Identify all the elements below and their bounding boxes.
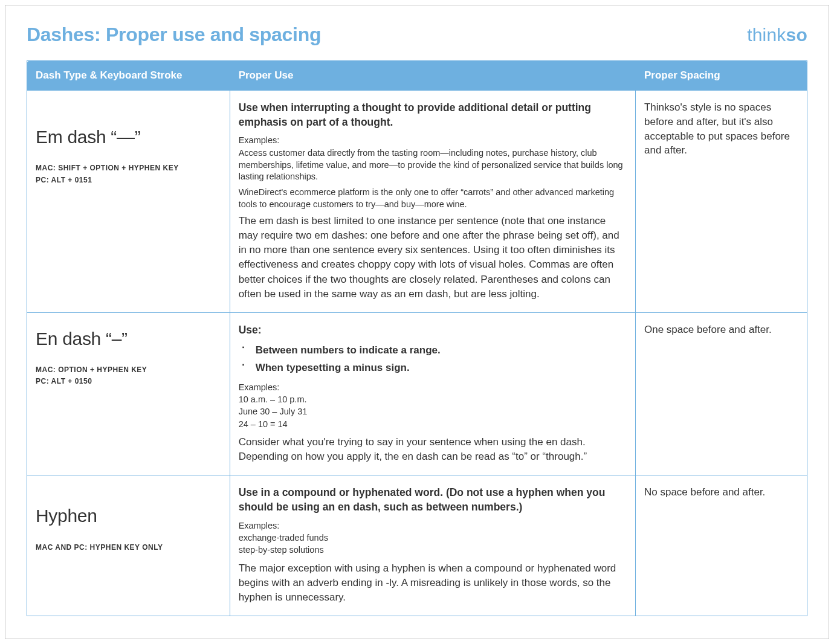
em-examples-label: Examples: (239, 134, 627, 146)
en-bullet-1: Between numbers to indicate a range. (242, 342, 627, 359)
kbd-em-mac: MAC: SHIFT + OPTION + HYPHEN KEY (36, 163, 221, 174)
en-examples-label: Examples: (239, 381, 627, 393)
kbd-em-pc: PC: ALT + 0151 (36, 175, 221, 186)
en-example-3: 24 – 10 = 14 (239, 418, 627, 430)
col-header-spacing: Proper Spacing (635, 61, 807, 91)
col-header-use: Proper Use (230, 61, 635, 91)
brand-part2: so (786, 25, 807, 45)
cell-en-type: En dash “–” MAC: OPTION + HYPHEN KEY PC:… (27, 312, 230, 475)
hyphen-body: The major exception with using a hyphen … (239, 561, 627, 605)
kbd-hyphen: MAC AND PC: HYPHEN KEY ONLY (36, 542, 221, 553)
cell-em-type: Em dash “—” MAC: SHIFT + OPTION + HYPHEN… (27, 91, 230, 313)
cell-en-spacing: One space before and after. (635, 312, 807, 475)
cell-em-spacing: Thinkso's style is no spaces before and … (635, 91, 807, 313)
hyphen-example-2: step-by-step solutions (239, 544, 627, 556)
em-use-heading: Use when interrupting a thought to provi… (239, 100, 627, 129)
brand-part1: think (747, 25, 786, 45)
kbd-en-mac: MAC: OPTION + HYPHEN KEY (36, 364, 221, 376)
page-container: Dashes: Proper use and spacing thinkso D… (5, 5, 829, 639)
dash-name-em: Em dash “—” (36, 124, 221, 149)
em-body: The em dash is best limited to one insta… (239, 214, 627, 301)
cell-hyphen-spacing: No space before and after. (635, 475, 807, 616)
hyphen-examples-label: Examples: (239, 520, 627, 532)
table-row: Hyphen MAC AND PC: HYPHEN KEY ONLY Use i… (27, 475, 807, 616)
en-example-1: 10 a.m. – 10 p.m. (239, 393, 627, 405)
hyphen-examples-block: Examples: exchange-traded funds step-by-… (239, 520, 627, 556)
kbd-en-pc: PC: ALT + 0150 (36, 376, 221, 387)
header-row: Dashes: Proper use and spacing thinkso (27, 24, 807, 46)
en-body: Consider what you're trying to say in yo… (239, 435, 627, 464)
en-spacing: One space before and after. (644, 323, 798, 337)
dash-name-en: En dash “–” (36, 326, 221, 351)
cell-hyphen-type: Hyphen MAC AND PC: HYPHEN KEY ONLY (27, 475, 230, 616)
em-spacing: Thinkso's style is no spaces before and … (644, 100, 798, 158)
hyphen-spacing: No space before and after. (644, 485, 798, 500)
dash-table: Dash Type & Keyboard Stroke Proper Use P… (27, 60, 807, 616)
table-row: En dash “–” MAC: OPTION + HYPHEN KEY PC:… (27, 312, 807, 475)
cell-em-use: Use when interrupting a thought to provi… (230, 91, 635, 313)
hyphen-example-1: exchange-traded funds (239, 532, 627, 544)
en-example-2: June 30 – July 31 (239, 405, 627, 417)
hyphen-use-heading: Use in a compound or hyphenated word. (D… (239, 485, 627, 514)
em-example-2: WineDirect's ecommerce platform is the o… (239, 187, 627, 210)
brand-logo: thinkso (747, 25, 807, 45)
en-bullet-list: Between numbers to indicate a range. Whe… (239, 342, 627, 378)
page-title: Dashes: Proper use and spacing (27, 24, 321, 46)
en-bullet-2: When typesetting a minus sign. (242, 359, 627, 377)
cell-hyphen-use: Use in a compound or hyphenated word. (D… (230, 475, 635, 616)
table-row: Em dash “—” MAC: SHIFT + OPTION + HYPHEN… (27, 91, 807, 313)
table-header-row: Dash Type & Keyboard Stroke Proper Use P… (27, 61, 807, 91)
col-header-type: Dash Type & Keyboard Stroke (27, 61, 230, 91)
en-examples-block: Examples: 10 a.m. – 10 p.m. June 30 – Ju… (239, 381, 627, 430)
cell-en-use: Use: Between numbers to indicate a range… (230, 312, 635, 475)
en-use-heading: Use: (239, 323, 627, 337)
dash-name-hyphen: Hyphen (36, 503, 221, 528)
em-example-1: Access customer data directly from the t… (239, 147, 627, 183)
